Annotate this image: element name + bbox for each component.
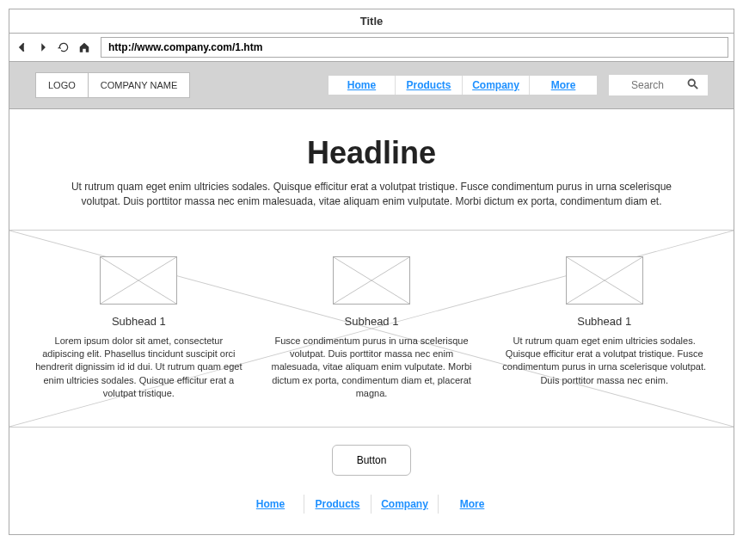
browser-toolbar [9, 34, 734, 62]
page-content: Headline Ut rutrum quam eget enim ultric… [9, 109, 734, 534]
footer-section: Button Home Products Company More [9, 428, 734, 534]
main-button[interactable]: Button [332, 445, 412, 476]
columns-section: Subhead 1 Lorem ipsum dolor sit amet, co… [9, 231, 734, 428]
column-body: Lorem ipsum dolor sit amet, consectetur … [35, 335, 243, 401]
window-title: Title [9, 9, 734, 34]
search-icon[interactable] [686, 77, 699, 93]
nav-company[interactable]: Company [463, 76, 530, 95]
column-subhead: Subhead 1 [500, 315, 708, 328]
column-subhead: Subhead 1 [268, 315, 476, 328]
browser-window: Title LOGO COMPANY NAME Home Products Co… [9, 9, 734, 535]
column-body: Ut rutrum quam eget enim ultricies sodal… [500, 335, 708, 388]
home-button[interactable] [77, 40, 92, 55]
company-name: COMPANY NAME [89, 72, 190, 98]
forward-button[interactable] [35, 40, 51, 55]
footer-nav-home[interactable]: Home [237, 495, 304, 514]
url-input[interactable] [101, 37, 728, 58]
footer-nav-company[interactable]: Company [372, 495, 439, 514]
column-subhead: Subhead 1 [35, 315, 243, 328]
page-header: LOGO COMPANY NAME Home Products Company … [9, 62, 734, 109]
svg-line-1 [694, 85, 697, 89]
image-placeholder-icon [333, 256, 410, 305]
refresh-button[interactable] [56, 40, 71, 55]
logo: LOGO [35, 72, 89, 98]
footer-nav-more[interactable]: More [439, 495, 506, 514]
search-box [609, 75, 708, 95]
image-placeholder-icon [100, 256, 177, 305]
column-1: Subhead 1 Lorem ipsum dolor sit amet, co… [35, 256, 243, 401]
footer-nav-products[interactable]: Products [304, 495, 372, 514]
headline: Headline [52, 135, 691, 171]
nav-more[interactable]: More [530, 76, 597, 95]
column-body: Fusce condimentum purus in urna sceleris… [268, 335, 476, 401]
search-input[interactable] [617, 79, 678, 91]
back-button[interactable] [15, 40, 30, 55]
primary-nav: Home Products Company More [329, 76, 597, 95]
svg-point-0 [689, 80, 696, 87]
column-2: Subhead 1 Fusce condimentum purus in urn… [268, 256, 476, 401]
footer-nav: Home Products Company More [9, 495, 734, 514]
column-3: Subhead 1 Ut rutrum quam eget enim ultri… [500, 256, 708, 401]
hero-section: Headline Ut rutrum quam eget enim ultric… [9, 109, 734, 231]
nav-products[interactable]: Products [396, 76, 463, 95]
hero-body: Ut rutrum quam eget enim ultricies sodal… [52, 180, 691, 209]
image-placeholder-icon [566, 256, 643, 305]
nav-home[interactable]: Home [329, 76, 396, 95]
